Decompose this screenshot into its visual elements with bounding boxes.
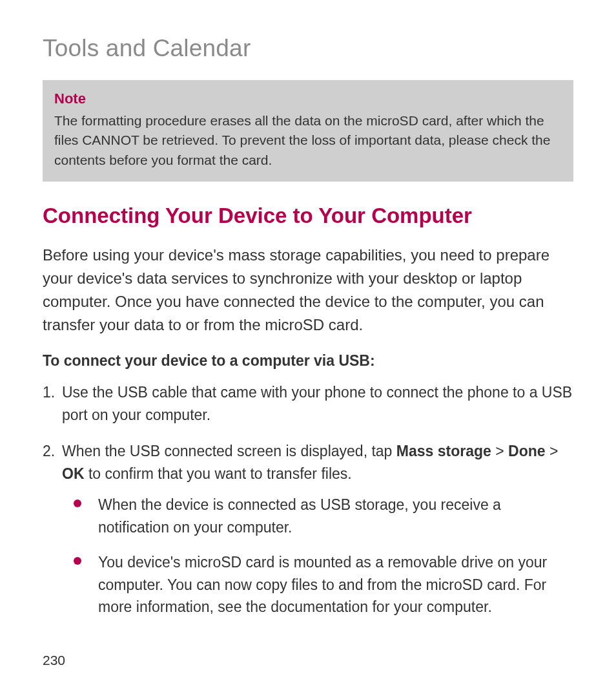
note-body: The formatting procedure erases all the … [54,111,562,170]
step-2-sep2: > [546,443,559,459]
sub-bullets: When the device is connected as USB stor… [62,494,573,618]
bullet-1: When the device is connected as USB stor… [62,494,573,538]
step-2-bold-ok: OK [62,465,85,482]
note-box: Note The formatting procedure erases all… [43,80,573,182]
steps-list: Use the USB cable that came with your ph… [43,381,573,618]
bullet-2-text: You device's microSD card is mounted as … [98,554,547,615]
step-2-bold-mass-storage: Mass storage [396,443,491,459]
step-2-lead: When the USB connected screen is display… [62,443,396,459]
bullet-2: You device's microSD card is mounted as … [62,551,573,618]
step-1: Use the USB cable that came with your ph… [43,381,573,426]
step-1-text: Use the USB cable that came with your ph… [62,384,572,423]
section-heading: Connecting Your Device to Your Computer [43,204,573,228]
step-2-sep1: > [491,443,508,459]
sub-heading: To connect your device to a computer via… [43,352,573,370]
intro-paragraph: Before using your device's mass storage … [43,244,573,337]
step-2-tail: to confirm that you want to transfer fil… [85,465,352,482]
manual-page: Tools and Calendar Note The formatting p… [0,0,616,694]
bullet-1-text: When the device is connected as USB stor… [98,496,501,536]
step-2: When the USB connected screen is display… [43,440,573,618]
step-2-bold-done: Done [508,443,546,459]
note-label: Note [54,90,562,107]
chapter-title: Tools and Calendar [43,35,573,62]
page-number: 230 [43,653,65,668]
